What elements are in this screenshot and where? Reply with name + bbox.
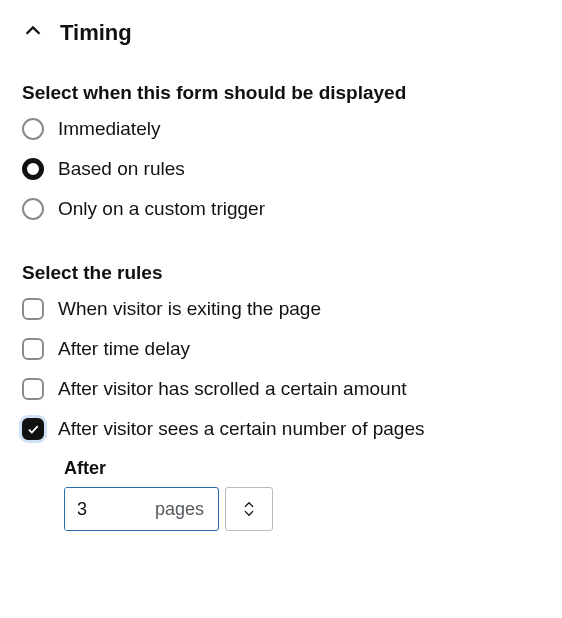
page-views-config: After pages <box>64 458 540 531</box>
checkbox-icon <box>22 378 44 400</box>
page-views-after-label: After <box>64 458 540 479</box>
radio-label: Immediately <box>58 118 160 140</box>
radio-label: Only on a custom trigger <box>58 198 265 220</box>
radio-icon <box>22 158 44 180</box>
chevron-down-icon <box>242 509 256 518</box>
section-title: Timing <box>60 20 132 46</box>
rule-checkbox-time-delay[interactable]: After time delay <box>22 338 540 360</box>
page-count-control: pages <box>64 487 273 531</box>
radio-option-custom-trigger[interactable]: Only on a custom trigger <box>22 198 540 220</box>
checkbox-label: After visitor has scrolled a certain amo… <box>58 378 407 400</box>
chevron-up-icon <box>242 500 256 509</box>
radio-option-immediately[interactable]: Immediately <box>22 118 540 140</box>
radio-icon <box>22 118 44 140</box>
page-count-stepper[interactable] <box>225 487 273 531</box>
page-count-input-box: pages <box>64 487 219 531</box>
checkbox-icon <box>22 338 44 360</box>
page-count-unit: pages <box>155 499 218 520</box>
rule-checkbox-scroll-amount[interactable]: After visitor has scrolled a certain amo… <box>22 378 540 400</box>
radio-label: Based on rules <box>58 158 185 180</box>
radio-icon <box>22 198 44 220</box>
checkbox-icon <box>22 298 44 320</box>
rules-label: Select the rules <box>22 262 540 284</box>
checkbox-icon <box>22 418 44 440</box>
rule-checkbox-exit-intent[interactable]: When visitor is exiting the page <box>22 298 540 320</box>
rules-group: Select the rules When visitor is exiting… <box>22 262 540 531</box>
display-timing-group: Select when this form should be displaye… <box>22 82 540 220</box>
checkbox-label: After time delay <box>58 338 190 360</box>
section-header[interactable]: Timing <box>22 20 540 46</box>
display-timing-label: Select when this form should be displaye… <box>22 82 540 104</box>
checkbox-label: After visitor sees a certain number of p… <box>58 418 424 440</box>
rule-checkbox-page-views[interactable]: After visitor sees a certain number of p… <box>22 418 540 440</box>
page-count-input[interactable] <box>65 488 155 530</box>
chevron-up-icon <box>22 20 44 46</box>
radio-option-based-on-rules[interactable]: Based on rules <box>22 158 540 180</box>
checkbox-label: When visitor is exiting the page <box>58 298 321 320</box>
